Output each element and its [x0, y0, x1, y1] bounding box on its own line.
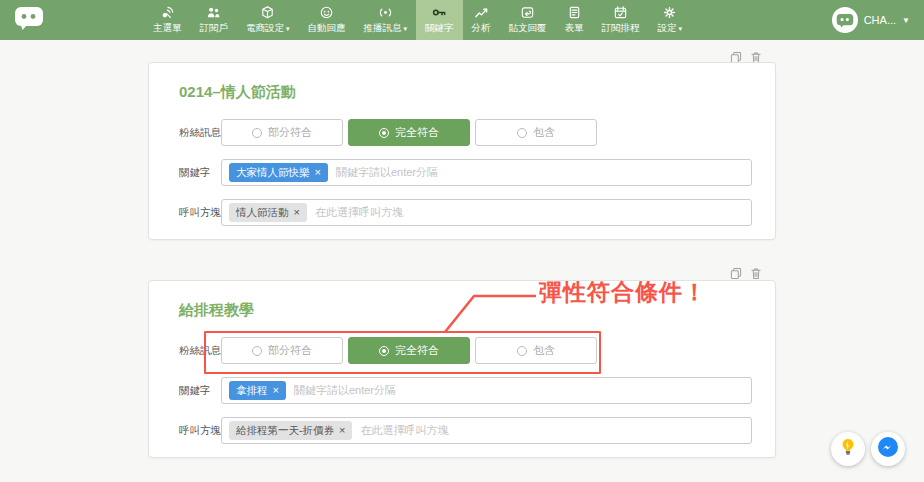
keyword-tag-text: 大家情人節快樂: [236, 166, 310, 180]
call-block-tag: 情人節活動 ×: [229, 203, 307, 222]
trend-chart-icon: [474, 6, 489, 20]
option-label: 部分符合: [268, 343, 312, 358]
match-option-exact[interactable]: 完全符合: [348, 119, 470, 146]
chevron-down-icon: ▾: [404, 25, 408, 32]
nav-item-label: 主選單: [153, 22, 182, 35]
broadcast-icon: [378, 6, 393, 20]
keyword-label: 關鍵字: [179, 166, 221, 180]
call-block-row: 呼叫方塊 情人節活動 × 在此選擇呼叫方塊: [179, 199, 752, 226]
keyword-row: 關鍵字 拿排程 × 關鍵字請以enter分隔: [179, 377, 752, 404]
option-label: 部分符合: [268, 125, 312, 140]
nav-item-ecommerce-settings[interactable]: 電商設定▾: [237, 0, 299, 40]
call-block-input[interactable]: 給排程第一天-折價券 × 在此選擇呼叫方塊: [221, 417, 752, 444]
nav-item-label: 電商設定: [246, 22, 284, 35]
keyword-tag: 大家情人節快樂 ×: [229, 163, 328, 182]
nav-item-subscribers[interactable]: 訂閱戶: [191, 0, 238, 40]
call-block-input[interactable]: 情人節活動 × 在此選擇呼叫方塊: [221, 199, 752, 226]
radio-icon: [252, 346, 262, 356]
match-option-contains[interactable]: 包含: [475, 337, 597, 364]
nav-item-label: 分析: [472, 22, 491, 35]
satellite-icon: [160, 6, 175, 20]
call-block-placeholder: 在此選擇呼叫方塊: [315, 205, 403, 220]
nav-item-label: 訂閱戶: [200, 22, 229, 35]
account-avatar: [832, 7, 858, 33]
nav-item-keywords[interactable]: 關鍵字: [416, 0, 463, 40]
chatbot-logo-icon: [12, 4, 46, 36]
keyword-settings-page: 主選單 訂閱戶 電商設定▾ 自動回應 推播訊息▾ 關鍵字: [0, 0, 924, 482]
nav-item-auto-response[interactable]: 自動回應: [299, 0, 355, 40]
nav-item-push-messages[interactable]: 推播訊息▾: [355, 0, 417, 40]
gear-icon: [662, 6, 677, 20]
nav-items: 主選單 訂閱戶 電商設定▾ 自動回應 推播訊息▾ 關鍵字: [144, 0, 691, 40]
duplicate-icon[interactable]: [730, 267, 742, 280]
remove-tag-icon[interactable]: ×: [294, 207, 300, 218]
keyword-rule-card-1: 0214–情人節活動 粉絲訊息 部分符合 完全符合 包含 關鍵字: [148, 62, 776, 240]
match-type-row: 粉絲訊息 部分符合 完全符合 包含: [179, 119, 752, 146]
key-icon: [431, 6, 447, 20]
match-type-label: 粉絲訊息: [179, 344, 221, 358]
nav-item-settings[interactable]: 設定▾: [649, 0, 692, 40]
remove-tag-icon[interactable]: ×: [339, 425, 345, 436]
account-name: CHA...: [864, 14, 896, 26]
call-block-placeholder: 在此選擇呼叫方塊: [360, 423, 448, 438]
users-icon: [206, 6, 221, 20]
match-type-row: 粉絲訊息 部分符合 完全符合 包含: [179, 337, 752, 364]
remove-tag-icon[interactable]: ×: [315, 167, 321, 178]
keyword-tag: 拿排程 ×: [229, 381, 286, 400]
account-menu[interactable]: CHA... ▼: [832, 0, 924, 40]
keyword-row: 關鍵字 大家情人節快樂 × 關鍵字請以enter分隔: [179, 159, 752, 186]
call-block-tag-text: 情人節活動: [236, 206, 289, 220]
nav-item-post-replies[interactable]: 貼文回覆: [500, 0, 556, 40]
option-label: 完全符合: [395, 125, 439, 140]
call-block-label: 呼叫方塊: [179, 424, 221, 438]
match-option-contains[interactable]: 包含: [475, 119, 597, 146]
nav-item-analytics[interactable]: 分析: [463, 0, 500, 40]
brand-logo[interactable]: [0, 0, 58, 40]
call-block-row: 呼叫方塊 給排程第一天-折價券 × 在此選擇呼叫方塊: [179, 417, 752, 444]
nav-item-label: 設定: [658, 22, 677, 35]
messenger-icon: [876, 435, 900, 463]
match-option-partial[interactable]: 部分符合: [221, 119, 343, 146]
calendar-check-icon: [613, 6, 628, 20]
keyword-tag-text: 拿排程: [236, 384, 268, 398]
tips-button[interactable]: [831, 432, 865, 466]
remove-tag-icon[interactable]: ×: [273, 385, 279, 396]
call-block-label: 呼叫方塊: [179, 206, 221, 220]
option-label: 包含: [533, 125, 555, 140]
annotation-text: 彈性符合條件！: [539, 277, 707, 308]
option-label: 包含: [533, 343, 555, 358]
chevron-down-icon: ▾: [679, 25, 683, 32]
card-title: 0214–情人節活動: [179, 83, 752, 102]
radio-icon: [252, 128, 262, 138]
keyword-input[interactable]: 大家情人節快樂 × 關鍵字請以enter分隔: [221, 159, 752, 186]
radio-icon: [517, 346, 527, 356]
match-option-partial[interactable]: 部分符合: [221, 337, 343, 364]
radio-icon: [517, 128, 527, 138]
nav-item-forms[interactable]: 表單: [556, 0, 593, 40]
robot-face-icon: [319, 6, 334, 20]
top-navbar: 主選單 訂閱戶 電商設定▾ 自動回應 推播訊息▾ 關鍵字: [0, 0, 924, 40]
lightbulb-icon: [838, 437, 858, 461]
nav-item-main-menu[interactable]: 主選單: [144, 0, 191, 40]
trash-icon[interactable]: [750, 267, 762, 280]
match-type-label: 粉絲訊息: [179, 126, 221, 140]
call-block-tag: 給排程第一天-折價券 ×: [229, 421, 352, 440]
option-label: 完全符合: [395, 343, 439, 358]
match-type-group: 部分符合 完全符合 包含: [221, 119, 597, 146]
radio-selected-icon: [379, 346, 389, 356]
account-chevron-icon: ▼: [902, 16, 910, 25]
match-type-group: 部分符合 完全符合 包含: [221, 337, 597, 364]
card-2-actions: [730, 267, 762, 280]
nav-item-label: 表單: [565, 22, 584, 35]
nav-item-label: 推播訊息: [364, 22, 402, 35]
nav-item-label: 訂閱排程: [602, 22, 640, 35]
keyword-placeholder: 關鍵字請以enter分隔: [336, 165, 438, 180]
nav-item-subscription-schedule[interactable]: 訂閱排程: [593, 0, 649, 40]
post-reply-icon: [520, 6, 535, 20]
messenger-button[interactable]: [871, 432, 905, 466]
chevron-down-icon: ▾: [286, 25, 290, 32]
match-option-exact[interactable]: 完全符合: [348, 337, 470, 364]
nav-item-label: 關鍵字: [425, 22, 454, 35]
form-document-icon: [567, 6, 582, 20]
keyword-input[interactable]: 拿排程 × 關鍵字請以enter分隔: [221, 377, 752, 404]
